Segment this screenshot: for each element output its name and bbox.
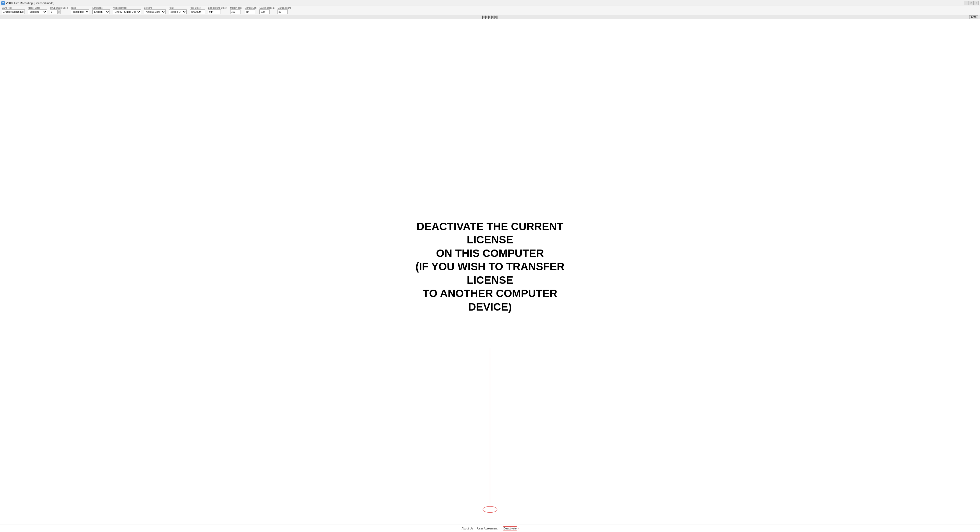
deactivate-line1: DEACTIVATE THE CURRENT LICENSE (401, 220, 579, 247)
deactivate-line2: ON THIS COMPUTER (401, 247, 579, 260)
model-size-field: Model Size: Medium (28, 6, 47, 14)
title-bar-left: V VOXs Live Recording (Licensed mode) (1, 1, 54, 5)
audio-tick (491, 16, 491, 18)
main-content: DEACTIVATE THE CURRENT LICENSE ON THIS C… (0, 19, 980, 525)
task-field: Task: Tanscribe (71, 6, 89, 14)
bg-color-field: Background Color: (208, 6, 227, 14)
about-us-link[interactable]: About Us (461, 527, 473, 530)
margin-left-input[interactable] (245, 10, 255, 14)
margin-top-label: Margin-Top (230, 6, 242, 9)
margin-top-field: Margin-Top (230, 6, 242, 14)
chunk-size-up[interactable]: ▲ (57, 10, 60, 12)
task-label: Task: (71, 6, 89, 9)
title-bar: V VOXs Live Recording (Licensed mode) — … (0, 0, 980, 6)
bg-color-label: Background Color: (208, 6, 227, 9)
audio-tick (489, 16, 490, 18)
save-file-label: Save File: (2, 6, 25, 9)
model-size-select[interactable]: Medium (28, 10, 47, 14)
window-title: VOXs Live Recording (Licensed mode) (6, 2, 54, 5)
deactivate-link[interactable]: Deactivate (502, 526, 519, 530)
task-select[interactable]: Tanscribe (71, 10, 89, 14)
font-select[interactable]: Segoe UI (169, 10, 187, 14)
audio-tick (492, 16, 493, 18)
font-color-field: Font Color: (190, 6, 205, 14)
margin-bottom-label: Margin-Bottom (259, 6, 274, 9)
audio-tick (487, 16, 487, 19)
minimize-button[interactable]: — (964, 1, 969, 5)
audio-tick (482, 16, 483, 19)
audio-tick (490, 16, 490, 19)
audio-device-label: Audio Device: (113, 6, 141, 9)
audio-tick (488, 16, 488, 18)
margin-bottom-input[interactable] (259, 10, 270, 14)
audio-tick (494, 16, 494, 18)
audio-tick (484, 16, 484, 19)
close-button[interactable]: ✕ (974, 1, 979, 5)
audio-device-select[interactable]: Line (2- Studio 24c) (113, 10, 141, 14)
stop-button[interactable]: Stop (969, 15, 978, 19)
margin-left-label: Margin-Left (245, 6, 256, 9)
audio-tick (497, 16, 497, 18)
margin-top-input[interactable] (230, 10, 240, 14)
font-color-input[interactable] (190, 10, 205, 14)
audio-tick (498, 16, 498, 19)
audio-tick (488, 16, 489, 19)
deactivate-line4: TO ANOTHER COMPUTER DEVICE) (401, 287, 579, 314)
footer: About Us User Agreement Deactivate (0, 525, 980, 532)
font-field: Font: Segoe UI (169, 6, 187, 14)
language-select[interactable]: English (92, 10, 110, 14)
language-field: Language: English (92, 6, 110, 14)
screen-select[interactable]: Artist13.3pro (144, 10, 165, 14)
audio-tick (483, 16, 484, 18)
chunk-size-label: Chunk Size(Sec): (50, 6, 68, 9)
bg-color-input[interactable] (208, 10, 221, 14)
maximize-button[interactable]: □ (969, 1, 974, 5)
margin-left-field: Margin-Left (245, 6, 256, 14)
audio-track (482, 16, 498, 19)
app-window: V VOXs Live Recording (Licensed mode) — … (0, 0, 980, 532)
margin-right-input[interactable] (277, 10, 288, 14)
title-bar-controls: — □ ✕ (964, 1, 979, 5)
arrow-circle (483, 507, 497, 513)
deactivate-message: DEACTIVATE THE CURRENT LICENSE ON THIS C… (401, 220, 579, 314)
save-file-field: Save File: (2, 6, 25, 14)
margin-right-field: Margin-Right (277, 6, 291, 14)
audio-tick (486, 16, 487, 18)
audio-tick (493, 16, 493, 19)
chunk-size-field: Chunk Size(Sec): ▲ ▼ (50, 6, 68, 14)
audio-device-field: Audio Device: Line (2- Studio 24c) (113, 6, 141, 14)
deactivate-line3: (IF YOU WISH TO TRANSFER LICENSE (401, 260, 579, 287)
audio-tick (495, 16, 495, 19)
screen-field: Screen: Artist13.3pro (144, 6, 165, 14)
audio-tick (496, 16, 496, 19)
chunk-size-input[interactable] (50, 10, 57, 14)
audio-tick (492, 16, 492, 19)
screen-label: Screen: (144, 6, 165, 9)
audio-tick (495, 16, 496, 18)
font-label: Font: (169, 6, 187, 9)
audio-tick (485, 16, 486, 19)
chunk-size-down[interactable]: ▼ (57, 12, 60, 14)
toolbar: Save File: Model Size: Medium Chunk Size… (0, 6, 980, 15)
margin-right-label: Margin-Right (277, 6, 291, 9)
user-agreement-link[interactable]: User Agreement (477, 527, 497, 530)
audio-tick (485, 16, 485, 18)
save-file-input[interactable] (2, 10, 25, 14)
app-icon: V (1, 1, 5, 5)
font-color-label: Font Color: (190, 6, 205, 9)
language-label: Language: (92, 6, 110, 9)
audio-bar: Stop (0, 15, 980, 19)
margin-bottom-field: Margin-Bottom (259, 6, 274, 14)
model-size-label: Model Size: (28, 6, 47, 9)
